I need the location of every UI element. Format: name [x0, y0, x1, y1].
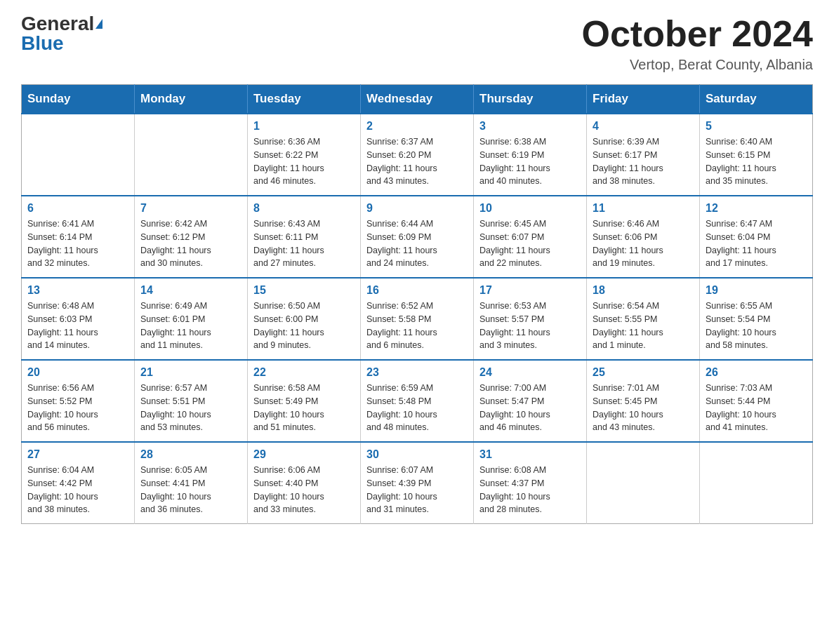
- day-number: 25: [593, 366, 694, 379]
- logo-blue-text: Blue: [21, 34, 64, 53]
- calendar-day-cell: 12Sunrise: 6:47 AM Sunset: 6:04 PM Dayli…: [700, 196, 813, 278]
- calendar-week-row: 20Sunrise: 6:56 AM Sunset: 5:52 PM Dayli…: [22, 360, 813, 442]
- day-number: 2: [366, 120, 468, 133]
- calendar-day-cell: 26Sunrise: 7:03 AM Sunset: 5:44 PM Dayli…: [700, 360, 813, 442]
- day-number: 3: [479, 120, 581, 133]
- calendar-day-cell: 31Sunrise: 6:08 AM Sunset: 4:37 PM Dayli…: [474, 442, 587, 524]
- calendar-day-cell: 14Sunrise: 6:49 AM Sunset: 6:01 PM Dayli…: [135, 278, 248, 360]
- day-number: 20: [27, 366, 128, 379]
- calendar-day-cell: 27Sunrise: 6:04 AM Sunset: 4:42 PM Dayli…: [22, 442, 135, 524]
- day-of-week-header: Friday: [587, 85, 700, 114]
- calendar-header: SundayMondayTuesdayWednesdayThursdayFrid…: [22, 85, 813, 114]
- day-info: Sunrise: 7:01 AM Sunset: 5:45 PM Dayligh…: [593, 382, 694, 434]
- day-info: Sunrise: 6:48 AM Sunset: 6:03 PM Dayligh…: [27, 300, 128, 352]
- day-info: Sunrise: 6:43 AM Sunset: 6:11 PM Dayligh…: [253, 217, 355, 270]
- day-number: 24: [479, 366, 581, 379]
- calendar-day-cell: 20Sunrise: 6:56 AM Sunset: 5:52 PM Dayli…: [22, 360, 135, 442]
- day-number: 10: [479, 202, 581, 215]
- calendar-day-cell: 4Sunrise: 6:39 AM Sunset: 6:17 PM Daylig…: [587, 114, 700, 196]
- day-info: Sunrise: 6:47 AM Sunset: 6:04 PM Dayligh…: [706, 217, 807, 270]
- day-number: 15: [253, 284, 355, 297]
- logo: General Blue: [21, 14, 102, 53]
- day-number: 16: [366, 284, 468, 297]
- day-info: Sunrise: 6:45 AM Sunset: 6:07 PM Dayligh…: [479, 217, 581, 270]
- day-info: Sunrise: 7:00 AM Sunset: 5:47 PM Dayligh…: [479, 382, 581, 434]
- calendar-day-cell: 21Sunrise: 6:57 AM Sunset: 5:51 PM Dayli…: [135, 360, 248, 442]
- calendar-day-cell: [587, 442, 700, 524]
- day-info: Sunrise: 6:49 AM Sunset: 6:01 PM Dayligh…: [140, 300, 241, 352]
- day-number: 19: [706, 284, 807, 297]
- day-of-week-header: Tuesday: [248, 85, 361, 114]
- day-number: 28: [140, 448, 241, 461]
- calendar-day-cell: 10Sunrise: 6:45 AM Sunset: 6:07 PM Dayli…: [474, 196, 587, 278]
- day-number: 18: [593, 284, 694, 297]
- day-number: 5: [706, 120, 807, 133]
- calendar-day-cell: 2Sunrise: 6:37 AM Sunset: 6:20 PM Daylig…: [361, 114, 474, 196]
- calendar-day-cell: 5Sunrise: 6:40 AM Sunset: 6:15 PM Daylig…: [700, 114, 813, 196]
- day-info: Sunrise: 6:08 AM Sunset: 4:37 PM Dayligh…: [479, 464, 581, 516]
- day-info: Sunrise: 6:50 AM Sunset: 6:00 PM Dayligh…: [253, 300, 355, 352]
- day-of-week-header: Thursday: [474, 85, 587, 114]
- day-info: Sunrise: 6:52 AM Sunset: 5:58 PM Dayligh…: [366, 300, 468, 352]
- day-info: Sunrise: 6:05 AM Sunset: 4:41 PM Dayligh…: [140, 464, 241, 516]
- calendar-day-cell: 8Sunrise: 6:43 AM Sunset: 6:11 PM Daylig…: [248, 196, 361, 278]
- day-number: 11: [593, 202, 694, 215]
- day-info: Sunrise: 6:58 AM Sunset: 5:49 PM Dayligh…: [253, 382, 355, 434]
- day-info: Sunrise: 6:39 AM Sunset: 6:17 PM Dayligh…: [593, 135, 694, 188]
- calendar-week-row: 6Sunrise: 6:41 AM Sunset: 6:14 PM Daylig…: [22, 196, 813, 278]
- day-info: Sunrise: 6:37 AM Sunset: 6:20 PM Dayligh…: [366, 135, 468, 188]
- day-info: Sunrise: 6:54 AM Sunset: 5:55 PM Dayligh…: [593, 300, 694, 352]
- calendar-day-cell: 15Sunrise: 6:50 AM Sunset: 6:00 PM Dayli…: [248, 278, 361, 360]
- day-info: Sunrise: 6:59 AM Sunset: 5:48 PM Dayligh…: [366, 382, 468, 434]
- month-title: October 2024: [582, 14, 814, 54]
- day-number: 14: [140, 284, 241, 297]
- day-number: 13: [27, 284, 128, 297]
- day-info: Sunrise: 6:42 AM Sunset: 6:12 PM Dayligh…: [140, 217, 241, 270]
- day-info: Sunrise: 6:46 AM Sunset: 6:06 PM Dayligh…: [593, 217, 694, 270]
- calendar-day-cell: 17Sunrise: 6:53 AM Sunset: 5:57 PM Dayli…: [474, 278, 587, 360]
- day-number: 9: [366, 202, 468, 215]
- calendar-day-cell: 19Sunrise: 6:55 AM Sunset: 5:54 PM Dayli…: [700, 278, 813, 360]
- calendar-day-cell: 16Sunrise: 6:52 AM Sunset: 5:58 PM Dayli…: [361, 278, 474, 360]
- day-info: Sunrise: 6:44 AM Sunset: 6:09 PM Dayligh…: [366, 217, 468, 270]
- day-number: 7: [140, 202, 241, 215]
- calendar-day-cell: 30Sunrise: 6:07 AM Sunset: 4:39 PM Dayli…: [361, 442, 474, 524]
- calendar-day-cell: 22Sunrise: 6:58 AM Sunset: 5:49 PM Dayli…: [248, 360, 361, 442]
- day-number: 4: [593, 120, 694, 133]
- calendar-body: 1Sunrise: 6:36 AM Sunset: 6:22 PM Daylig…: [22, 114, 813, 524]
- calendar-week-row: 13Sunrise: 6:48 AM Sunset: 6:03 PM Dayli…: [22, 278, 813, 360]
- day-info: Sunrise: 6:04 AM Sunset: 4:42 PM Dayligh…: [27, 464, 128, 516]
- calendar-day-cell: 13Sunrise: 6:48 AM Sunset: 6:03 PM Dayli…: [22, 278, 135, 360]
- day-number: 31: [479, 448, 581, 461]
- day-info: Sunrise: 6:57 AM Sunset: 5:51 PM Dayligh…: [140, 382, 241, 434]
- calendar-day-cell: 1Sunrise: 6:36 AM Sunset: 6:22 PM Daylig…: [248, 114, 361, 196]
- day-of-week-header: Saturday: [700, 85, 813, 114]
- day-number: 22: [253, 366, 355, 379]
- calendar-day-cell: 29Sunrise: 6:06 AM Sunset: 4:40 PM Dayli…: [248, 442, 361, 524]
- day-info: Sunrise: 6:56 AM Sunset: 5:52 PM Dayligh…: [27, 382, 128, 434]
- day-number: 17: [479, 284, 581, 297]
- calendar-day-cell: 25Sunrise: 7:01 AM Sunset: 5:45 PM Dayli…: [587, 360, 700, 442]
- day-info: Sunrise: 7:03 AM Sunset: 5:44 PM Dayligh…: [706, 382, 807, 434]
- day-number: 23: [366, 366, 468, 379]
- calendar-day-cell: 9Sunrise: 6:44 AM Sunset: 6:09 PM Daylig…: [361, 196, 474, 278]
- calendar-day-cell: 3Sunrise: 6:38 AM Sunset: 6:19 PM Daylig…: [474, 114, 587, 196]
- calendar-day-cell: 7Sunrise: 6:42 AM Sunset: 6:12 PM Daylig…: [135, 196, 248, 278]
- day-info: Sunrise: 6:40 AM Sunset: 6:15 PM Dayligh…: [706, 135, 807, 188]
- day-info: Sunrise: 6:55 AM Sunset: 5:54 PM Dayligh…: [706, 300, 807, 352]
- day-info: Sunrise: 6:06 AM Sunset: 4:40 PM Dayligh…: [253, 464, 355, 516]
- logo-triangle-icon: [95, 19, 102, 29]
- day-number: 26: [706, 366, 807, 379]
- calendar-day-cell: 6Sunrise: 6:41 AM Sunset: 6:14 PM Daylig…: [22, 196, 135, 278]
- calendar-day-cell: 18Sunrise: 6:54 AM Sunset: 5:55 PM Dayli…: [587, 278, 700, 360]
- calendar-day-cell: 11Sunrise: 6:46 AM Sunset: 6:06 PM Dayli…: [587, 196, 700, 278]
- day-info: Sunrise: 6:07 AM Sunset: 4:39 PM Dayligh…: [366, 464, 468, 516]
- location: Vertop, Berat County, Albania: [582, 57, 814, 73]
- day-info: Sunrise: 6:36 AM Sunset: 6:22 PM Dayligh…: [253, 135, 355, 188]
- day-info: Sunrise: 6:41 AM Sunset: 6:14 PM Dayligh…: [27, 217, 128, 270]
- day-number: 29: [253, 448, 355, 461]
- days-of-week-row: SundayMondayTuesdayWednesdayThursdayFrid…: [22, 85, 813, 114]
- calendar-day-cell: 23Sunrise: 6:59 AM Sunset: 5:48 PM Dayli…: [361, 360, 474, 442]
- calendar-day-cell: 28Sunrise: 6:05 AM Sunset: 4:41 PM Dayli…: [135, 442, 248, 524]
- day-number: 27: [27, 448, 128, 461]
